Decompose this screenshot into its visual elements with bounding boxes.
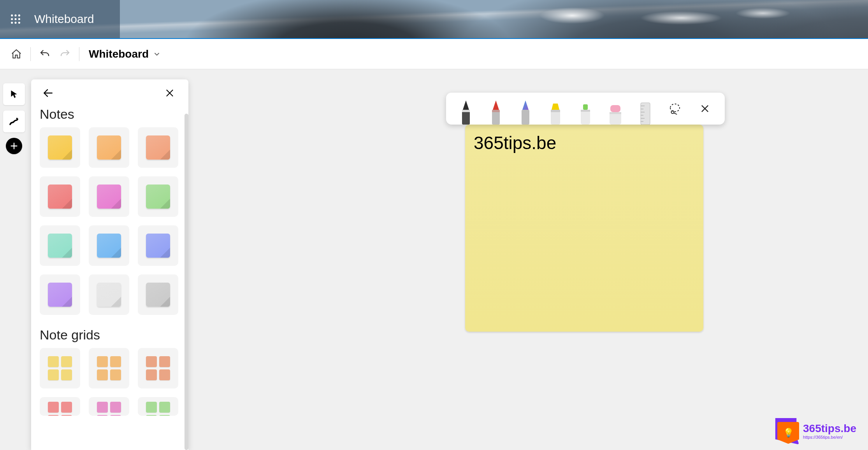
note-swatch[interactable] [40, 225, 80, 266]
inking-close[interactable] [691, 93, 719, 125]
svg-rect-13 [522, 110, 529, 125]
separator [79, 47, 79, 61]
undo-icon [39, 48, 51, 60]
svg-point-6 [11, 22, 13, 24]
watermark-logo: 💡 [773, 418, 799, 445]
note-swatch[interactable] [138, 225, 178, 266]
pen-galaxy[interactable] [511, 93, 539, 125]
svg-rect-21 [610, 112, 621, 114]
note-swatch[interactable] [138, 127, 178, 168]
svg-point-4 [14, 18, 16, 20]
inking-toolbar [446, 93, 725, 125]
grid-icon [97, 356, 121, 380]
app-launcher-button[interactable] [0, 0, 31, 39]
note-swatch[interactable] [89, 225, 129, 266]
panel-scrollbar[interactable] [184, 114, 188, 450]
note-grid-swatch[interactable] [138, 397, 178, 416]
panel-close-button[interactable] [161, 84, 178, 102]
board-title-dropdown[interactable]: Whiteboard [84, 46, 166, 63]
grid-icon [146, 356, 170, 380]
canvas-area[interactable]: Notes Note grids 365tips.be [0, 69, 868, 450]
pen-icon [487, 100, 504, 125]
note-icon [97, 234, 121, 258]
rail-cursor[interactable] [3, 83, 25, 105]
svg-rect-10 [462, 110, 470, 112]
note-swatch[interactable] [89, 176, 129, 217]
note-swatch[interactable] [89, 274, 129, 315]
svg-point-3 [11, 18, 13, 20]
grid-icon [48, 402, 72, 416]
separator [30, 47, 31, 61]
lasso-select[interactable] [661, 93, 689, 125]
panel-back-button[interactable] [40, 84, 57, 102]
rail-add[interactable] [6, 138, 22, 154]
grid-icon [97, 402, 121, 416]
highlighter-green[interactable] [571, 93, 599, 125]
notes-panel: Notes Note grids [31, 79, 188, 450]
redo-button[interactable] [56, 45, 74, 63]
note-grid-swatch[interactable] [40, 397, 80, 416]
grid-icon [146, 402, 170, 416]
home-button[interactable] [7, 45, 26, 63]
ruler-icon [637, 102, 654, 125]
note-grid-swatch[interactable] [89, 397, 129, 416]
note-icon [97, 185, 121, 209]
svg-rect-19 [610, 105, 620, 112]
eraser-icon [606, 104, 624, 125]
ruler[interactable] [631, 93, 659, 125]
svg-rect-18 [581, 110, 590, 112]
note-icon [48, 185, 72, 209]
note-icon [146, 283, 170, 307]
note-swatch[interactable] [40, 176, 80, 217]
command-bar: Whiteboard [0, 39, 868, 69]
svg-point-5 [18, 18, 20, 20]
pen-icon [457, 100, 474, 125]
note-swatch[interactable] [89, 127, 129, 168]
arrow-left-icon [42, 87, 54, 99]
note-icon [97, 135, 121, 160]
note-swatch[interactable] [40, 127, 80, 168]
tool-rail [3, 83, 25, 154]
pen-red[interactable] [482, 93, 510, 125]
sticky-note-text[interactable]: 365tips.be [465, 125, 703, 161]
app-title: Whiteboard [34, 12, 94, 26]
lasso-icon [668, 102, 682, 116]
svg-point-1 [14, 14, 16, 16]
note-icon [146, 234, 170, 258]
lightbulb-icon: 💡 [783, 428, 794, 438]
note-grids-swatch-grid [31, 347, 188, 418]
undo-button[interactable] [35, 45, 54, 63]
svg-rect-15 [551, 110, 560, 112]
watermark-url: https://365tips.be/en/ [803, 435, 856, 439]
plus-icon [10, 142, 18, 150]
svg-rect-16 [583, 104, 588, 110]
note-swatch[interactable] [138, 176, 178, 217]
highlighter-yellow[interactable] [541, 93, 569, 125]
svg-point-2 [18, 14, 20, 16]
board-title-label: Whiteboard [89, 48, 149, 60]
note-grid-swatch[interactable] [138, 348, 178, 388]
note-grid-swatch[interactable] [40, 348, 80, 388]
note-icon [146, 185, 170, 209]
rail-ink[interactable] [3, 111, 25, 132]
cursor-icon [9, 89, 19, 99]
note-icon [48, 135, 72, 160]
close-icon [164, 88, 175, 98]
home-icon [11, 48, 22, 60]
watermark-brand: 365tips.be [803, 423, 856, 434]
note-swatch[interactable] [40, 274, 80, 315]
note-icon [146, 135, 170, 160]
note-icon [48, 234, 72, 258]
note-grid-swatch[interactable] [89, 348, 129, 388]
svg-point-8 [18, 22, 20, 24]
ink-icon [8, 116, 20, 127]
pen-black[interactable] [452, 93, 480, 125]
panel-section-notes-title: Notes [31, 101, 188, 127]
watermark: 💡 365tips.be https://365tips.be/en/ [773, 418, 856, 445]
note-swatch[interactable] [138, 274, 178, 315]
eraser[interactable] [601, 93, 629, 125]
grid-icon [48, 356, 72, 380]
svg-rect-17 [581, 110, 590, 125]
sticky-note[interactable]: 365tips.be [465, 125, 703, 332]
svg-point-0 [11, 14, 13, 16]
